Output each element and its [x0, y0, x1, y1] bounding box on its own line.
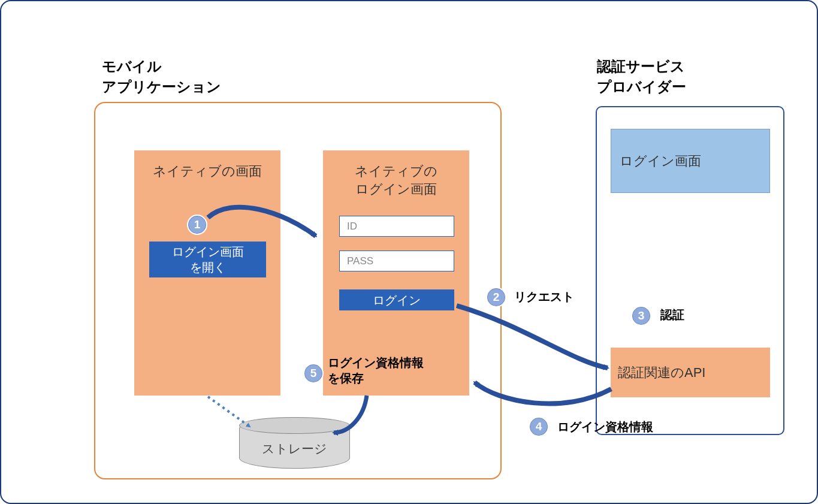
step-label-credentials: ログイン資格情報: [557, 419, 653, 434]
diagram-canvas: モバイル アプリケーション 認証サービス プロバイダー ネイティブの画面 ネイテ…: [0, 0, 818, 504]
step-badge-1: 1: [187, 215, 207, 235]
login-button[interactable]: ログイン: [339, 289, 454, 310]
mobile-app-title: モバイル アプリケーション: [102, 56, 221, 96]
step-badge-3: 3: [631, 306, 651, 326]
title-text: 認証サービス: [597, 58, 685, 74]
storage-cylinder: ストレージ: [239, 418, 350, 469]
storage-top: [239, 417, 350, 434]
step-badge-2: 2: [486, 287, 506, 307]
step-label-auth: 認証: [660, 307, 684, 322]
pass-field[interactable]: PASS: [339, 251, 454, 271]
step-badge-5: 5: [303, 363, 324, 384]
auth-provider-title: 認証サービス プロバイダー: [597, 56, 686, 96]
title-text: アプリケーション: [102, 79, 221, 95]
auth-api-panel: 認証関連のAPI: [611, 348, 770, 397]
pass-placeholder: PASS: [347, 255, 373, 267]
open-login-button[interactable]: ログイン画面 を開く: [149, 242, 266, 277]
id-field[interactable]: ID: [339, 216, 454, 237]
step-label-save-credentials: ログイン資格情報 を保存: [328, 355, 448, 386]
title-text: プロバイダー: [597, 79, 686, 95]
storage-label: ストレージ: [239, 440, 350, 457]
login-screen-panel: ログイン画面: [611, 129, 770, 193]
native-login-label: ネイティブの ログイン画面: [323, 162, 469, 198]
native-screen-label: ネイティブの画面: [134, 162, 280, 180]
step-label-request: リクエスト: [514, 289, 574, 304]
step-badge-4: 4: [529, 417, 549, 437]
title-text: モバイル: [102, 58, 162, 74]
id-placeholder: ID: [347, 221, 357, 233]
